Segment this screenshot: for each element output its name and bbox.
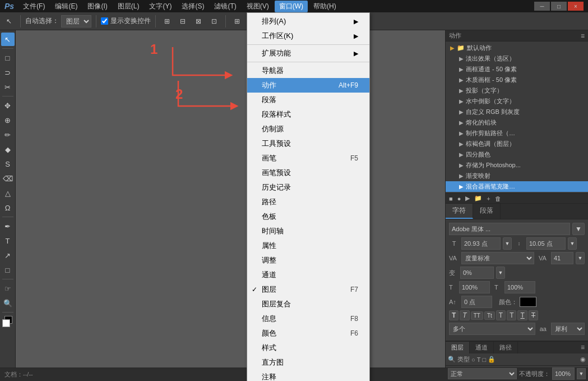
play-button[interactable]: ▶ xyxy=(465,195,470,202)
menu-workspace[interactable]: 工作区(K) ▶ xyxy=(247,29,369,43)
type-tool[interactable]: T xyxy=(1,234,15,247)
action-frame-channel[interactable]: ▶ 画框通道 - 50 像素 xyxy=(446,64,588,75)
move-tool[interactable]: ↖ xyxy=(1,33,15,46)
scale-input[interactable] xyxy=(460,267,494,279)
all-caps-button[interactable]: TT xyxy=(471,311,483,320)
menu-layer[interactable]: 图层(L) xyxy=(113,1,144,12)
color-swatch[interactable] xyxy=(520,297,536,307)
menu-styles[interactable]: 样式 xyxy=(247,341,369,355)
record-button[interactable]: ● xyxy=(457,195,461,202)
zoom-tool[interactable]: 🔍 xyxy=(1,296,15,310)
close-button[interactable]: × xyxy=(568,2,584,11)
subscript-button[interactable]: T xyxy=(507,310,516,320)
font-family-dropdown[interactable]: ▼ xyxy=(572,223,585,235)
action-molten[interactable]: ▶ 熔化的铅块 xyxy=(446,117,588,128)
menu-view[interactable]: 视图(V) xyxy=(242,1,274,12)
tab-paths[interactable]: 路径 xyxy=(494,342,518,354)
menu-timeline[interactable]: 时间轴 xyxy=(247,224,369,238)
pen-tool[interactable]: ✒ xyxy=(1,219,15,233)
menu-paths[interactable]: 路径 xyxy=(247,195,369,209)
menu-histogram[interactable]: 直方图 xyxy=(247,355,369,370)
action-clip-path[interactable]: ▶ 制作剪贴路径（… xyxy=(446,128,588,139)
menu-brush[interactable]: 画笔 F5 xyxy=(247,151,369,166)
fg-bg-color[interactable] xyxy=(1,315,15,328)
opacity-input[interactable] xyxy=(552,368,575,380)
menu-channels[interactable]: 通道 xyxy=(247,268,369,282)
delete-action-button[interactable]: 🗑 xyxy=(495,195,501,202)
menu-edit[interactable]: 编辑(E) xyxy=(50,1,82,12)
italic-button[interactable]: T xyxy=(460,310,469,320)
action-gradient-map[interactable]: ▶ 渐变映射 xyxy=(446,171,588,181)
action-quad[interactable]: ▶ 四分颜色 xyxy=(446,149,588,160)
shape-tool[interactable]: □ xyxy=(1,263,15,277)
brush-tool[interactable]: ✏ xyxy=(1,128,15,141)
menu-paragraph-style[interactable]: 段落样式 xyxy=(247,107,369,122)
superscript-button[interactable]: T xyxy=(496,310,506,320)
font-size-dropdown[interactable]: ▼ xyxy=(503,237,512,250)
maximize-button[interactable]: □ xyxy=(551,2,567,11)
vertical-scale-input[interactable] xyxy=(504,281,535,293)
action-group-default[interactable]: ▶ 📁 默认动作 xyxy=(446,43,588,53)
eraser-tool[interactable]: ⌫ xyxy=(1,172,15,185)
new-set-button[interactable]: 📁 xyxy=(474,195,482,202)
history-brush-tool[interactable]: S xyxy=(1,157,15,171)
hand-tool[interactable]: ☞ xyxy=(1,282,15,295)
underline-button[interactable]: T xyxy=(517,310,527,320)
auto-select-dropdown[interactable]: 图层 xyxy=(61,15,91,27)
menu-notes[interactable]: 注释 xyxy=(247,370,369,381)
action-save-ps[interactable]: ▶ 存储为 Photoshop... xyxy=(446,160,588,171)
horizontal-scale-input[interactable] xyxy=(459,281,490,293)
menu-file[interactable]: 文件(F) xyxy=(18,1,49,12)
menu-clone-source[interactable]: 仿制源 xyxy=(247,122,369,136)
menu-properties[interactable]: 属性 xyxy=(247,238,369,253)
menu-actions[interactable]: 动作 Alt+F9 xyxy=(247,78,369,93)
kerning-dropdown[interactable]: ▼ xyxy=(576,252,585,264)
show-transform-checkbox[interactable] xyxy=(101,17,108,25)
action-rgb-gray[interactable]: ▶ 自定义 RGB 到灰度 xyxy=(446,107,588,117)
menu-navigator[interactable]: 导航器 xyxy=(247,63,369,78)
menu-arrange[interactable]: 排列(A) ▶ xyxy=(247,14,369,29)
lasso-tool[interactable]: ⊃ xyxy=(1,66,15,79)
menu-color[interactable]: 颜色 F6 xyxy=(247,326,369,341)
move-tool-options[interactable]: ↖ xyxy=(2,16,16,27)
layers-panel-menu[interactable]: ≡ xyxy=(577,342,588,354)
align-center-button[interactable]: ⊟ xyxy=(176,16,189,27)
bold-button[interactable]: T xyxy=(449,310,459,320)
menu-help[interactable]: 帮助(H) xyxy=(309,1,341,12)
baseline-input[interactable] xyxy=(461,296,492,308)
blend-mode-select[interactable]: 正常 xyxy=(448,368,517,379)
filter-toggle[interactable]: ◉ xyxy=(580,356,586,363)
tracking-select[interactable]: 度量标准 xyxy=(461,252,534,264)
align-left-button[interactable]: ⊞ xyxy=(160,16,174,27)
leading-input[interactable] xyxy=(526,237,566,250)
menu-image[interactable]: 图像(I) xyxy=(83,1,112,12)
action-sepia[interactable]: ▶ 棕褐色调（图层） xyxy=(446,139,588,149)
action-water[interactable]: ▶ 水中倒影（文字） xyxy=(446,96,588,107)
action-fade[interactable]: ▶ 淡出效果（选区） xyxy=(446,53,588,64)
minimize-button[interactable]: ─ xyxy=(534,2,550,11)
menu-select[interactable]: 选择(S) xyxy=(177,1,209,12)
menu-info[interactable]: 信息 F8 xyxy=(247,311,369,326)
font-family-input[interactable] xyxy=(449,223,570,235)
kerning-input[interactable] xyxy=(551,252,573,264)
font-size-input[interactable] xyxy=(461,237,501,250)
menu-filter[interactable]: 滤镜(T) xyxy=(210,1,240,12)
menu-extensions[interactable]: 扩展功能 ▶ xyxy=(247,46,369,61)
action-mixer-brush[interactable]: ▶ 混合器画笔克隆… xyxy=(446,181,588,192)
eyedropper-tool[interactable]: ✥ xyxy=(1,99,15,112)
tab-character[interactable]: 字符 xyxy=(446,204,473,219)
stop-button[interactable]: ■ xyxy=(449,195,453,202)
menu-window[interactable]: 窗口(W) xyxy=(275,1,308,12)
small-caps-button[interactable]: Tt xyxy=(484,311,495,320)
tab-paragraph[interactable]: 段落 xyxy=(473,204,501,219)
menu-swatches[interactable]: 色板 xyxy=(247,209,369,224)
antialiasing-select[interactable]: 犀利 xyxy=(551,323,585,335)
align-right-button[interactable]: ⊠ xyxy=(192,16,205,27)
menu-tool-preset[interactable]: 工具预设 xyxy=(247,136,369,151)
tab-layers[interactable]: 图层 xyxy=(446,342,470,354)
leading-dropdown[interactable]: ▼ xyxy=(568,237,577,250)
path-tool[interactable]: ↗ xyxy=(1,249,15,262)
actions-panel-menu[interactable]: ≡ xyxy=(581,32,585,40)
heal-tool[interactable]: ⊕ xyxy=(1,113,15,127)
dodge-tool[interactable]: Ω xyxy=(1,201,15,214)
